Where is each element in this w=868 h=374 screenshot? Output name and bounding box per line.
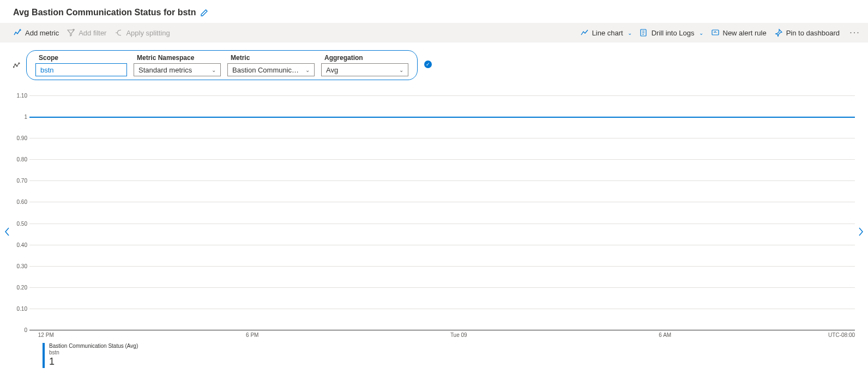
gridline [29,202,855,202]
chart-type-dropdown[interactable]: Line chart ⌄ [580,28,632,37]
gridline [29,180,855,181]
metric-dropdown[interactable]: Bastion Communicatio... ⌄ [227,63,315,76]
chevron-down-icon: ⌄ [399,67,403,73]
drag-handle-icon[interactable] [13,62,22,69]
ellipsis-icon: ··· [849,28,860,38]
chevron-down-icon: ⌄ [212,67,216,73]
x-tick-label: 6 PM [246,332,258,338]
add-metric-button[interactable]: Add metric [13,28,59,37]
chevron-down-icon: ⌄ [628,30,632,36]
page-title: Avg Bastion Communication Status for bst… [13,8,196,17]
apply-splitting-button[interactable]: Apply splitting [114,28,170,37]
x-tick-label: Tue 09 [450,332,467,338]
gridline [29,287,855,288]
scope-picker[interactable]: bstn [35,63,127,76]
y-tick-label: 0.40 [13,242,27,248]
more-options-button[interactable]: ··· [847,25,863,40]
scope-label: Scope [35,54,127,62]
y-tick-label: 0 [13,327,27,333]
y-tick-label: 0.20 [13,284,27,290]
chart-area: 1.1010.900.800.700.600.500.400.300.200.1… [13,95,855,368]
chart-plot[interactable]: 1.1010.900.800.700.600.500.400.300.200.1… [29,95,855,330]
add-metric-icon [13,28,22,37]
y-tick-label: 0.50 [13,220,27,226]
x-tick-label: 6 AM [659,332,671,338]
legend-resource: bstn [49,349,138,356]
add-filter-button[interactable]: Add filter [67,28,106,37]
series-line [29,117,855,118]
logs-icon [640,28,648,37]
legend-item[interactable]: Bastion Communication Status (Avg) bstn … [43,343,855,368]
y-tick-label: 0.70 [13,178,27,184]
y-tick-label: 0.10 [13,305,27,311]
gridline [29,245,855,245]
x-tick-label: 12 PM [38,332,54,338]
legend-color-bar [43,343,45,368]
y-tick-label: 0.90 [13,135,27,141]
aggregation-label: Aggregation [321,54,408,62]
y-tick-label: 1.10 [13,93,27,99]
svg-point-4 [16,65,17,67]
filter-icon [67,28,75,37]
chart-x-axis: UTC-08:00 12 PM6 PMTue 096 AM [29,330,855,340]
gridline [29,95,855,96]
aggregation-dropdown[interactable]: Avg ⌄ [321,63,408,76]
gridline [29,159,855,160]
chevron-down-icon: ⌄ [305,67,310,73]
drill-into-logs-button[interactable]: Drill into Logs ⌄ [640,28,703,37]
gridline [29,224,855,224]
alert-icon [711,28,720,37]
metric-label: Metric [227,54,315,62]
y-tick-label: 0.30 [13,263,27,269]
namespace-label: Metric Namespace [134,54,221,62]
edit-title-icon[interactable] [200,8,209,17]
metric-selector-pill: Scope bstn Metric Namespace Standard met… [26,50,418,80]
y-tick-label: 0.80 [13,156,27,162]
timezone-label: UTC-08:00 [828,332,855,338]
legend-value: 1 [49,356,138,368]
chart-prev-button[interactable] [1,224,13,240]
namespace-dropdown[interactable]: Standard metrics ⌄ [134,63,221,76]
apply-check-icon[interactable]: ✓ [424,61,432,68]
pin-icon [774,28,783,37]
gridline [29,138,855,138]
line-chart-icon [580,28,589,37]
chart-next-button[interactable] [855,224,867,240]
svg-point-5 [19,63,20,64]
y-tick-label: 1 [13,114,27,120]
y-tick-label: 0.60 [13,199,27,205]
gridline [29,266,855,267]
gridline [29,309,855,309]
chevron-down-icon: ⌄ [699,30,703,36]
split-icon [114,28,123,37]
legend-series-name: Bastion Communication Status (Avg) [49,343,138,349]
toolbar: Add metric Add filter Apply splitting Li… [0,23,868,43]
pin-to-dashboard-button[interactable]: Pin to dashboard [774,28,840,37]
svg-point-2 [13,67,14,68]
new-alert-rule-button[interactable]: New alert rule [711,28,767,37]
svg-point-3 [15,64,16,65]
